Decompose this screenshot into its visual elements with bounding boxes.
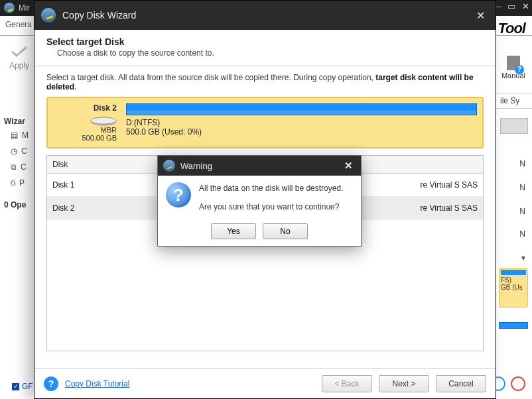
partition-panel: D:(NTFS) 500.0 GB (Used: 0%)	[126, 103, 477, 142]
partition-bar	[501, 270, 526, 275]
next-button[interactable]: Next >	[379, 375, 429, 392]
tab-general[interactable]: Genera	[5, 20, 32, 29]
warning-line1: All the data on the disk will be destroy…	[199, 182, 343, 194]
apply-button[interactable]: Apply	[9, 45, 29, 70]
tutorial-link[interactable]: Copy Disk Tutorial	[65, 379, 129, 388]
checkbox-icon: ✓	[12, 383, 19, 390]
help-icon[interactable]: ?	[44, 376, 58, 391]
wizard-header: Select target Disk Choose a disk to copy…	[34, 30, 496, 66]
app-icon	[4, 3, 15, 13]
right-panel-header: ile Sy	[496, 93, 532, 109]
sidebar-section-operations: 0 Ope	[4, 200, 26, 209]
checkmark-icon	[10, 45, 29, 58]
sidebar-item[interactable]: ⧉C	[11, 162, 37, 172]
document-icon	[507, 56, 520, 70]
partition-usage: 500.0 GB (Used: 0%)	[126, 127, 477, 137]
mini-disk-preview[interactable]: FS) GB (Us	[499, 268, 528, 308]
svg-point-1	[91, 117, 116, 124]
disk-info-panel: Disk 2 MBR 500.00 GB	[53, 103, 119, 142]
googleplus-icon[interactable]	[511, 376, 525, 391]
right-list-item-label: N	[519, 207, 525, 216]
clock-icon: ◷	[11, 146, 17, 156]
disk-style: MBR	[53, 126, 117, 134]
wizard-step-subtitle: Choose a disk to copy the source content…	[46, 48, 484, 58]
wizard-title: Copy Disk Wizard	[62, 10, 136, 21]
sidebar-item-label: C	[21, 146, 27, 156]
sidebar-item-label: M	[22, 131, 29, 140]
partition-label: D:(NTFS)	[126, 118, 477, 127]
bottom-checkbox[interactable]: ✓ GF	[12, 382, 33, 391]
bottom-checkbox-label: GF	[22, 382, 33, 391]
mini-disk-fs: FS)	[501, 276, 526, 284]
warning-message: All the data on the disk will be destroy…	[199, 182, 343, 219]
right-list-item-label: N	[519, 183, 525, 192]
wizard-footer: ? Copy Disk Tutorial < Back Next > Cance…	[34, 368, 496, 398]
wizard-instruction: Select a target disk. All data from the …	[46, 73, 484, 91]
mini-disk-preview[interactable]	[499, 322, 528, 342]
warning-body: ? All the data on the disk will be destr…	[158, 176, 361, 223]
yes-button[interactable]: Yes	[211, 223, 256, 239]
manual-button[interactable]: Manual	[499, 56, 528, 80]
sidebar-item[interactable]: ◷C	[11, 146, 37, 156]
printer-icon: ⎙	[11, 178, 15, 188]
wizard-icon: ▤	[11, 131, 18, 140]
instruction-period: .	[74, 82, 76, 91]
question-icon: ?	[166, 182, 191, 207]
sidebar-item[interactable]: ⎙P	[11, 178, 37, 188]
main-app-title: Mir	[19, 3, 30, 13]
brand-logo: Tool	[498, 20, 525, 37]
disk-name: Disk 2	[53, 103, 117, 113]
disk-icon	[90, 117, 117, 126]
app-icon	[41, 8, 56, 23]
warning-close-button[interactable]: ✕	[342, 160, 356, 172]
no-button[interactable]: No	[263, 223, 308, 239]
warning-title: Warning	[180, 161, 212, 171]
app-icon	[163, 160, 175, 172]
partition-bar	[126, 103, 477, 115]
right-list-item-label: N	[519, 229, 525, 239]
right-list-item-label: N	[519, 159, 525, 168]
sidebar-item-label: P	[19, 178, 25, 188]
window-close-icon[interactable]: ✕	[522, 1, 529, 11]
copy-icon: ⧉	[11, 162, 17, 172]
sidebar-item-label: C	[21, 162, 27, 172]
window-controls: — ▭ ✕	[492, 1, 529, 11]
right-list-item[interactable]	[500, 118, 528, 134]
warning-titlebar: Warning ✕	[158, 156, 361, 176]
disk-size: 500.00 GB	[53, 134, 117, 142]
cancel-button[interactable]: Cancel	[436, 375, 486, 392]
wizard-titlebar: Copy Disk Wizard ✕	[34, 1, 496, 30]
instruction-text: Select a target disk. All data from the …	[46, 73, 375, 82]
sidebar-item[interactable]: ▤M	[11, 131, 37, 140]
sidebar-section-wizards: Wizar	[4, 117, 25, 126]
window-maximize-icon[interactable]: ▭	[507, 1, 515, 11]
partition-bar	[499, 322, 528, 329]
warning-dialog: Warning ✕ ? All the data on the disk wil…	[157, 155, 362, 247]
warning-line2: Are you sure that you want to continue?	[199, 201, 343, 213]
selected-disk-card[interactable]: Disk 2 MBR 500.00 GB D:(NTFS) 500.0 GB (…	[46, 97, 484, 148]
warning-buttons: Yes No	[158, 223, 361, 246]
wizard-close-button[interactable]: ✕	[472, 8, 489, 23]
right-panel-header-label: ile Sy	[500, 96, 519, 105]
mini-disk-gb: GB (Us	[501, 284, 526, 291]
apply-label: Apply	[9, 61, 29, 70]
wizard-step-title: Select target Disk	[46, 36, 484, 47]
chevron-down-icon[interactable]: ▾	[521, 253, 525, 262]
back-button[interactable]: < Back	[322, 375, 372, 392]
